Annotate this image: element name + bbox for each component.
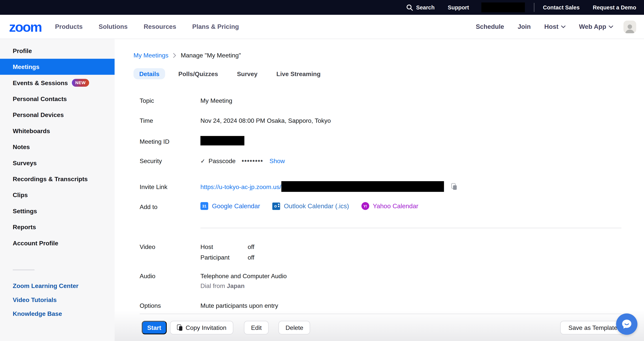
nav-resources[interactable]: Resources bbox=[144, 23, 176, 30]
sidebar-item-profile[interactable]: Profile bbox=[0, 43, 115, 58]
dial-from-country: Japan bbox=[227, 282, 245, 289]
outlook-grid bbox=[278, 204, 279, 205]
copy-link-icon[interactable] bbox=[451, 183, 457, 190]
web-app-menu[interactable]: Web App bbox=[579, 23, 613, 30]
audio-type: Telephone and Computer Audio bbox=[200, 272, 287, 280]
passcode-label: Passcode bbox=[208, 157, 236, 164]
detail-rows: Topic My Meeting Time Nov 24, 2024 08:00… bbox=[140, 97, 621, 314]
sidebar-item-notes[interactable]: Notes bbox=[0, 139, 115, 155]
outlook-calendar-icon: o bbox=[272, 202, 280, 210]
sidebar-link-video-tutorials[interactable]: Video Tutorials bbox=[0, 292, 115, 306]
dial-from-label: Dial from bbox=[200, 282, 225, 289]
show-passcode-link[interactable]: Show bbox=[270, 157, 285, 164]
edit-button[interactable]: Edit bbox=[244, 321, 269, 334]
join-link[interactable]: Join bbox=[518, 23, 531, 30]
person-icon bbox=[624, 23, 635, 33]
main-navbar: zoom Products Solutions Resources Plans … bbox=[0, 15, 644, 39]
tab-details[interactable]: Details bbox=[134, 68, 165, 79]
video-participant-value: off bbox=[248, 254, 254, 261]
sidebar-item-events-sessions[interactable]: Events & Sessions NEW bbox=[0, 75, 115, 91]
sidebar-item-meetings[interactable]: Meetings bbox=[0, 59, 115, 75]
host-menu[interactable]: Host bbox=[544, 23, 566, 30]
video-host-value: off bbox=[248, 243, 254, 251]
sidebar-item-account-profile[interactable]: Account Profile bbox=[0, 235, 115, 251]
action-bar: Start Copy Invitation Edit Delete Save a… bbox=[115, 310, 644, 341]
tab-survey[interactable]: Survey bbox=[237, 68, 258, 79]
invite-link-row: Invite Link https://u-tokyo-ac-jp.zoom.u… bbox=[140, 181, 621, 192]
breadcrumb: My Meetings Manage "My Meeting" bbox=[134, 52, 644, 58]
breadcrumb-my-meetings-link[interactable]: My Meetings bbox=[134, 52, 168, 58]
web-app-label: Web App bbox=[579, 23, 606, 30]
chevron-down-icon bbox=[609, 25, 613, 28]
google-calendar-link[interactable]: 31 Google Calendar bbox=[200, 202, 260, 210]
invite-link-value: https://u-tokyo-ac-jp.zoom.us/ bbox=[200, 181, 457, 192]
sidebar-divider bbox=[13, 270, 34, 270]
delete-button[interactable]: Delete bbox=[278, 321, 310, 334]
yahoo-calendar-link[interactable]: Y! Yahoo Calendar bbox=[361, 202, 418, 210]
tab-live-streaming[interactable]: Live Streaming bbox=[276, 68, 320, 79]
options-value: Mute participants upon entry bbox=[200, 302, 278, 310]
topbar-divider bbox=[534, 3, 534, 12]
sidebar-item-recordings-transcripts[interactable]: Recordings & Transcripts bbox=[0, 171, 115, 187]
schedule-link[interactable]: Schedule bbox=[476, 23, 504, 30]
breadcrumb-current: Manage "My Meeting" bbox=[181, 52, 241, 58]
time-value: Nov 24, 2024 08:00 PM Osaka, Sapporo, To… bbox=[200, 116, 331, 124]
sidebar-item-whiteboards[interactable]: Whiteboards bbox=[0, 123, 115, 139]
search-button[interactable]: Search bbox=[406, 4, 435, 11]
outlook-calendar-label: Outlook Calendar (.ics) bbox=[284, 202, 349, 210]
sidebar-link-knowledge-base[interactable]: Knowledge Base bbox=[0, 306, 115, 320]
nav-products[interactable]: Products bbox=[55, 23, 82, 30]
section-divider bbox=[200, 228, 622, 228]
video-participant-label: Participant bbox=[200, 254, 248, 261]
host-label: Host bbox=[544, 23, 558, 30]
save-as-template-button[interactable]: Save as Template bbox=[560, 321, 626, 334]
audio-dial-from: Dial from Japan bbox=[200, 282, 287, 290]
nav-solutions[interactable]: Solutions bbox=[99, 23, 128, 30]
tab-polls-quizzes[interactable]: Polls/Quizzes bbox=[178, 68, 218, 79]
video-label: Video bbox=[140, 243, 200, 251]
audio-value: Telephone and Computer Audio Dial from J… bbox=[200, 272, 287, 290]
meeting-id-label: Meeting ID bbox=[140, 137, 200, 146]
audio-row: Audio Telephone and Computer Audio Dial … bbox=[140, 272, 621, 290]
video-participant-row: Participant off bbox=[200, 254, 254, 261]
video-host-label: Host bbox=[200, 243, 248, 251]
redacted-invite-link bbox=[281, 181, 444, 192]
sidebar-item-personal-contacts[interactable]: Personal Contacts bbox=[0, 91, 115, 107]
contact-sales-link[interactable]: Contact Sales bbox=[543, 4, 580, 10]
add-to-links: 31 Google Calendar o Outlook Calendar (.… bbox=[200, 202, 431, 210]
support-chat-button[interactable] bbox=[616, 314, 638, 335]
nav-plans-pricing[interactable]: Plans & Pricing bbox=[192, 23, 239, 30]
redacted-account-text bbox=[481, 2, 525, 12]
topic-value: My Meeting bbox=[200, 97, 232, 104]
meeting-detail-content: My Meetings Manage "My Meeting" Details … bbox=[115, 39, 644, 341]
support-link[interactable]: Support bbox=[448, 4, 469, 10]
start-button[interactable]: Start bbox=[142, 321, 167, 334]
sidebar-item-clips[interactable]: Clips bbox=[0, 187, 115, 203]
options-row: Options Mute participants upon entry bbox=[140, 302, 621, 310]
chat-bubble-icon bbox=[621, 318, 632, 330]
sidebar-item-reports[interactable]: Reports bbox=[0, 219, 115, 235]
copy-invitation-button[interactable]: Copy Invitation bbox=[170, 321, 233, 334]
invite-link-label: Invite Link bbox=[140, 181, 200, 190]
outlook-glyph: o bbox=[273, 204, 278, 208]
copy-invitation-label: Copy Invitation bbox=[186, 324, 226, 331]
sidebar-link-zoom-learning-center[interactable]: Zoom Learning Center bbox=[0, 278, 115, 292]
sidebar-item-personal-devices[interactable]: Personal Devices bbox=[0, 107, 115, 123]
sidebar-item-settings[interactable]: Settings bbox=[0, 203, 115, 219]
security-row: Security ✓ Passcode ******** Show bbox=[140, 157, 621, 165]
passcode-mask: ******** bbox=[242, 157, 263, 165]
sidebar-item-surveys[interactable]: Surveys bbox=[0, 155, 115, 171]
invite-url-link[interactable]: https://u-tokyo-ac-jp.zoom.us/ bbox=[200, 183, 282, 190]
search-icon bbox=[406, 4, 413, 11]
outlook-calendar-link[interactable]: o Outlook Calendar (.ics) bbox=[272, 202, 349, 210]
meeting-id-row: Meeting ID bbox=[140, 137, 621, 146]
user-avatar[interactable] bbox=[624, 20, 636, 33]
request-demo-link[interactable]: Request a Demo bbox=[593, 4, 636, 10]
tab-bar: Details Polls/Quizzes Survey Live Stream… bbox=[134, 68, 644, 79]
zoom-logo[interactable]: zoom bbox=[9, 20, 42, 34]
add-to-row: Add to 31 Google Calendar o Outlook Cale… bbox=[140, 202, 621, 211]
video-row: Video Host off Participant off bbox=[140, 243, 621, 261]
copy-icon bbox=[177, 324, 182, 331]
audio-label: Audio bbox=[140, 272, 200, 280]
google-calendar-icon: 31 bbox=[200, 202, 208, 210]
